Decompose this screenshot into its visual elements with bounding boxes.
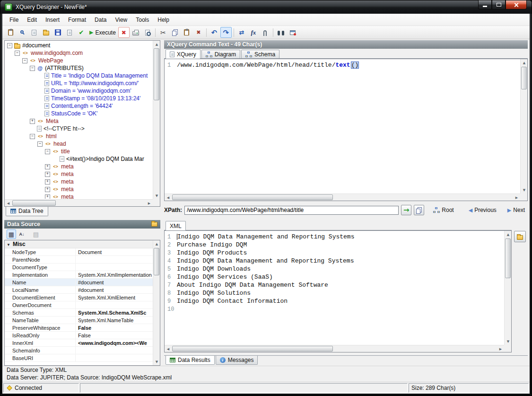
property-row[interactable]: InnerXml<www.indigodqm.com><We	[5, 339, 153, 347]
property-row[interactable]: NodeTypeDocument	[5, 248, 153, 256]
scroll-thumb[interactable]	[12, 200, 56, 206]
maximize-button[interactable]	[492, 0, 506, 9]
property-row[interactable]: DocumentType	[5, 264, 153, 271]
scroll-thumb[interactable]	[521, 67, 527, 89]
scroll-up-arrow[interactable]	[505, 231, 512, 238]
category-collapse-icon[interactable]	[7, 241, 10, 247]
stop-button[interactable]	[118, 27, 130, 38]
tree-node-webpage[interactable]: WebPage	[5, 57, 152, 64]
collapse-icon[interactable]	[22, 58, 27, 63]
next-button[interactable]: Next	[507, 207, 525, 213]
menu-tools[interactable]: Tools	[131, 15, 153, 25]
tree-node-attr-contentlength[interactable]: ContentLength = '64424'	[5, 102, 152, 110]
tree-node-attributes[interactable]: (ATTRIBUTES)	[5, 64, 152, 72]
tree-node-meta-group[interactable]: Meta	[5, 117, 152, 125]
scroll-left-arrow[interactable]	[165, 345, 172, 352]
collapse-icon[interactable]	[15, 51, 20, 56]
close-button[interactable]	[506, 0, 527, 9]
tree-node-comment[interactable]: <!--CTYPE ht-->	[5, 125, 152, 132]
collapse-icon[interactable]	[7, 43, 12, 48]
collapse-icon[interactable]	[30, 134, 35, 139]
result-line[interactable]: 3Indigo DQM Products	[165, 249, 504, 257]
xpath-copy-button[interactable]	[414, 205, 424, 215]
tree-node-attr-domain[interactable]: Domain = 'www.indigodqm.com'	[5, 87, 152, 95]
tab-diagram[interactable]: Diagram	[201, 50, 240, 58]
xpath-input[interactable]	[184, 206, 399, 215]
open-file-button[interactable]	[40, 27, 52, 38]
tab-xml[interactable]: XML	[166, 221, 186, 230]
paste-special-button[interactable]	[5, 27, 16, 38]
menu-format[interactable]: Format	[64, 15, 90, 25]
scroll-thumb[interactable]	[154, 248, 159, 275]
tab-xquery[interactable]: XQuery	[166, 49, 201, 59]
data-tree-panel[interactable]: #document www.indigodqm.com WebPage (ATT…	[4, 40, 160, 207]
tree-node-html[interactable]: html	[5, 132, 152, 140]
scroll-right-arrow[interactable]	[497, 345, 504, 352]
expand-icon[interactable]	[45, 187, 50, 192]
function-button[interactable]: fx	[248, 27, 259, 38]
paste-button[interactable]	[181, 27, 192, 38]
tree-node-document[interactable]: #document	[5, 42, 152, 49]
property-row[interactable]: ImplementationSystem.Xml.XmlImplementati…	[5, 271, 153, 279]
tree-node-text[interactable]: <#text()>Indigo DQM Data Mar	[5, 155, 152, 163]
menu-help[interactable]: Help	[153, 15, 174, 25]
tab-messages[interactable]: Messages	[216, 356, 258, 365]
code-line[interactable]: 1 /www.indigodqm.com/WebPage/html/head/t…	[165, 61, 520, 69]
execute-button[interactable]: Execute	[87, 27, 118, 38]
property-row[interactable]: SchemaInfo	[5, 347, 153, 354]
result-line[interactable]: 5Indigo DQM Downloads	[165, 265, 504, 273]
property-row[interactable]: NameTableSystem.Xml.NameTable	[5, 317, 153, 324]
scroll-down-arrow[interactable]	[153, 192, 160, 199]
result-line[interactable]: 4Indigo DQM Data Management and Reportin…	[165, 257, 504, 265]
schema-window-button[interactable]	[287, 27, 298, 38]
scroll-thumb[interactable]	[172, 194, 333, 200]
print-preview-button[interactable]	[142, 27, 153, 38]
scroll-left-arrow[interactable]	[165, 194, 172, 201]
validate-button[interactable]	[76, 27, 87, 38]
tree-node-attr-url[interactable]: URL = 'http://www.indigodqm.com/'	[5, 79, 152, 87]
results-horizontal-scrollbar[interactable]	[165, 345, 504, 352]
result-line[interactable]: 10	[165, 305, 504, 313]
tree-vertical-scrollbar[interactable]	[153, 41, 160, 199]
property-row-selected[interactable]: Name#document	[5, 279, 153, 286]
results-vertical-scrollbar[interactable]	[504, 231, 511, 345]
tree-node-site[interactable]: www.indigodqm.com	[5, 49, 152, 57]
search-button[interactable]	[17, 27, 28, 38]
tab-data-tree[interactable]: Data Tree	[6, 207, 48, 216]
result-line[interactable]: 8Indigo DQM Solutions	[165, 289, 504, 297]
scroll-right-arrow[interactable]	[146, 200, 153, 207]
tree-node-meta[interactable]: meta	[5, 170, 152, 178]
tree-node-attr-statuscode[interactable]: StatusCode = 'OK'	[5, 110, 152, 117]
cut-button[interactable]	[157, 27, 169, 38]
property-row[interactable]: LocalName#document	[5, 286, 153, 294]
scroll-left-arrow[interactable]	[5, 200, 12, 207]
result-line[interactable]: 7About Indigo DQM Data Management Softwa…	[165, 281, 504, 289]
scroll-down-arrow[interactable]	[153, 358, 160, 365]
xpath-go-button[interactable]	[401, 205, 411, 215]
menu-insert[interactable]: Insert	[41, 15, 64, 25]
result-line[interactable]: 6Indigo DQM Services (SaaS)	[165, 273, 504, 281]
menu-file[interactable]: File	[5, 15, 23, 25]
browse-file-button[interactable]	[514, 231, 526, 242]
scroll-down-arrow[interactable]	[505, 338, 512, 345]
xquery-editor[interactable]: 1 /www.indigodqm.com/WebPage/html/head/t…	[164, 59, 528, 201]
delete-button[interactable]	[193, 27, 204, 38]
scroll-down-arrow[interactable]	[521, 186, 528, 194]
collapse-icon[interactable]	[45, 149, 50, 154]
tree-horizontal-scrollbar[interactable]	[5, 199, 153, 206]
tree-node-head[interactable]: head	[5, 140, 152, 148]
tree-node-attr-title[interactable]: Title = 'Indigo DQM Data Management	[5, 72, 152, 79]
result-line[interactable]: 1Indigo DQM Data Management and Reportin…	[165, 233, 504, 241]
tab-data-results[interactable]: Data Results	[166, 356, 215, 365]
expand-icon[interactable]	[45, 164, 50, 169]
scroll-thumb[interactable]	[172, 346, 333, 352]
undo-button[interactable]	[209, 27, 220, 38]
editor-horizontal-scrollbar[interactable]	[165, 194, 520, 201]
find-button[interactable]	[275, 27, 287, 38]
attach-button[interactable]	[260, 27, 271, 38]
menu-view[interactable]: View	[111, 15, 131, 25]
tree-node-meta[interactable]: meta	[5, 193, 152, 199]
property-row[interactable]: BaseURI	[5, 354, 153, 362]
property-row[interactable]: PreserveWhitespaceFalse	[5, 324, 153, 332]
panel-splitter[interactable]	[160, 40, 164, 366]
